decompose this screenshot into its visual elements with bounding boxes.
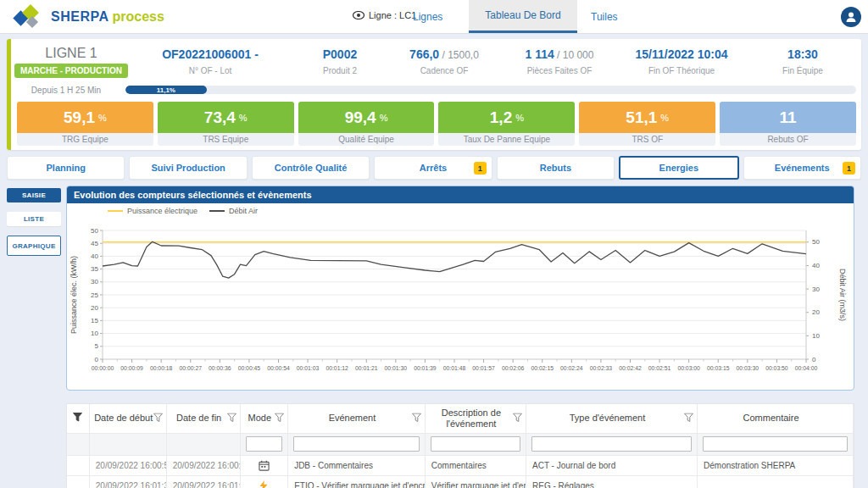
user-avatar[interactable] <box>841 7 861 27</box>
legend-item: Puissance électrique <box>108 207 198 215</box>
tab-label: Suivi Production <box>151 163 225 173</box>
column-header-filter <box>67 404 89 433</box>
column-label: Evénement <box>292 413 413 424</box>
line-state-badge: MARCHE - PRODUCTION <box>14 64 128 78</box>
filter-input-ev-nement[interactable] <box>293 436 420 452</box>
tab-energies[interactable]: Energies <box>619 156 738 180</box>
nav-lignes[interactable]: Lignes <box>413 11 442 23</box>
tab-label: Arrêts <box>420 163 447 173</box>
filter-input-mode[interactable] <box>246 436 283 452</box>
nav-tuiles[interactable]: Tuiles <box>591 11 618 23</box>
y-right-axis-title: Débit Air (m3/s) <box>838 269 847 321</box>
kpi-label: TRG Equipe <box>17 133 153 146</box>
event-cell <box>67 455 89 475</box>
svg-text:35: 35 <box>91 265 98 273</box>
sidebar-button-saisie[interactable]: SAISIE <box>7 188 61 202</box>
tab-suivi-production[interactable]: Suivi Production <box>129 156 247 180</box>
column-header-description-de-l-v-nement: Description de l'événement <box>425 404 526 433</box>
svg-text:40: 40 <box>91 252 98 260</box>
metric-value: OF20221006001 - <box>162 47 259 61</box>
svg-text:00:03:15: 00:03:15 <box>707 365 730 371</box>
line-state-accent-bar <box>7 39 11 150</box>
svg-text:30: 30 <box>812 286 820 293</box>
svg-text:0: 0 <box>95 356 99 363</box>
column-header-type-d-v-nement: Type d'événement <box>526 404 698 433</box>
filter-funnel-icon[interactable] <box>275 413 284 424</box>
event-cell: JDB - Commentaires <box>288 455 426 475</box>
tab-badge: 1 <box>474 162 487 175</box>
kpi-tile: 73,4%TRS Equipe <box>158 102 294 146</box>
kpi-unit: % <box>239 113 248 123</box>
tab-tableau-de-bord[interactable]: Tableau De Bord <box>469 0 577 33</box>
filter-cell <box>698 433 854 455</box>
counters-line-chart: 051015202530354045500102030405000:00:000… <box>67 219 854 386</box>
tab-contr-le-qualit-[interactable]: Contrôle Qualité <box>252 156 370 180</box>
tab-label: Contrôle Qualité <box>275 163 348 173</box>
tab-ev-nements[interactable]: Evénements1 <box>743 156 861 180</box>
line-selector-label: Ligne : LC1 <box>369 10 416 20</box>
event-row[interactable]: 20/09/2022 16:00:5120/09/2022 16:00:51JD… <box>67 455 854 475</box>
svg-text:00:01:12: 00:01:12 <box>326 365 348 371</box>
lightning-icon <box>259 480 268 488</box>
metric-label: Fin Équipe <box>782 66 823 75</box>
tab-rebuts[interactable]: Rebuts <box>497 156 615 180</box>
kpi-value: 59,1% <box>17 102 153 133</box>
legend-label: Puissance électrique <box>127 207 198 215</box>
metric-label: Produit 2 <box>323 66 357 75</box>
filter-funnel-icon[interactable] <box>513 413 522 424</box>
svg-text:00:02:06: 00:02:06 <box>502 365 525 371</box>
event-row[interactable]: 20/09/2022 16:01:3920/09/2022 16:01:39ET… <box>67 475 854 488</box>
svg-text:00:01:48: 00:01:48 <box>443 365 466 371</box>
svg-text:00:00:45: 00:00:45 <box>238 365 261 371</box>
svg-text:00:01:39: 00:01:39 <box>414 365 437 371</box>
event-cell: 20/09/2022 16:01:39 <box>166 475 240 488</box>
event-cell: ACT - Journal de bord <box>526 455 698 475</box>
event-cell: ETIQ - Vérifier marquage jet d'encre <box>288 475 426 488</box>
mode-cell <box>240 455 288 475</box>
metric-value: 15/11/2022 10:04 <box>636 47 728 61</box>
svg-text:00:00:00: 00:00:00 <box>92 365 114 371</box>
column-label: Description de l'événement <box>429 408 514 429</box>
metric-value: 1 114 / 10 000 <box>526 47 594 61</box>
line-status-card: LIGNE 1 MARCHE - PRODUCTION OF2022100600… <box>7 39 861 150</box>
tab-planning[interactable]: Planning <box>7 156 125 180</box>
filter-funnel-icon[interactable] <box>412 413 421 424</box>
mode-cell <box>240 475 288 488</box>
of-progress-fill: 11,1% <box>125 86 207 94</box>
filter-funnel-icon[interactable] <box>684 413 693 424</box>
kpi-label: Taux De Panne Equipe <box>438 133 575 146</box>
sidebar-button-graphique[interactable]: GRAPHIQUE <box>7 236 61 256</box>
svg-text:00:01:03: 00:01:03 <box>297 365 320 371</box>
filter-input-description-de-l-v-nement[interactable] <box>431 436 520 452</box>
filter-input-type-d-v-nement[interactable] <box>531 436 692 452</box>
filter-input-commentaire[interactable] <box>703 436 848 452</box>
kpi-label: TRS OF <box>579 133 715 146</box>
event-cell <box>698 475 854 488</box>
tab-label: Evénements <box>775 163 830 173</box>
sidebar-button-liste[interactable]: LISTE <box>7 212 61 226</box>
svg-text:30: 30 <box>91 278 98 286</box>
metric-1: P0002Produit 2 <box>295 44 385 75</box>
svg-text:00:04:00: 00:04:00 <box>795 365 818 371</box>
line-selector[interactable]: Ligne : LC1 <box>353 10 416 20</box>
kpi-tile: 1,2%Taux De Panne Equipe <box>438 102 575 146</box>
column-header-ev-nement: Evénement <box>288 404 426 433</box>
metric-0: OF20221006001 -N° OF - Lot <box>125 44 295 75</box>
tab-label: Energies <box>659 163 698 173</box>
svg-text:10: 10 <box>812 332 820 340</box>
filter-funnel-icon[interactable] <box>153 413 163 424</box>
kpi-tile: 59,1%TRG Equipe <box>17 102 153 146</box>
metric-value: 766,0 / 1500,0 <box>409 47 479 61</box>
svg-text:00:00:36: 00:00:36 <box>209 365 231 371</box>
events-table: Date de débutDate de finModeEvénementDes… <box>66 403 854 488</box>
svg-text:00:03:00: 00:03:00 <box>677 365 700 371</box>
tab-arr-ts[interactable]: Arrêts1 <box>374 156 492 180</box>
column-label: Type d'événement <box>530 413 685 424</box>
filter-funnel-icon[interactable] <box>73 413 82 424</box>
legend-swatch <box>108 210 123 212</box>
metric-value: 18:30 <box>787 47 818 61</box>
svg-text:00:02:33: 00:02:33 <box>590 365 613 371</box>
metric-4: 15/11/2022 10:04Fin OF Théorique <box>615 44 748 75</box>
filter-funnel-icon[interactable] <box>227 413 236 424</box>
svg-text:00:02:42: 00:02:42 <box>619 365 642 371</box>
